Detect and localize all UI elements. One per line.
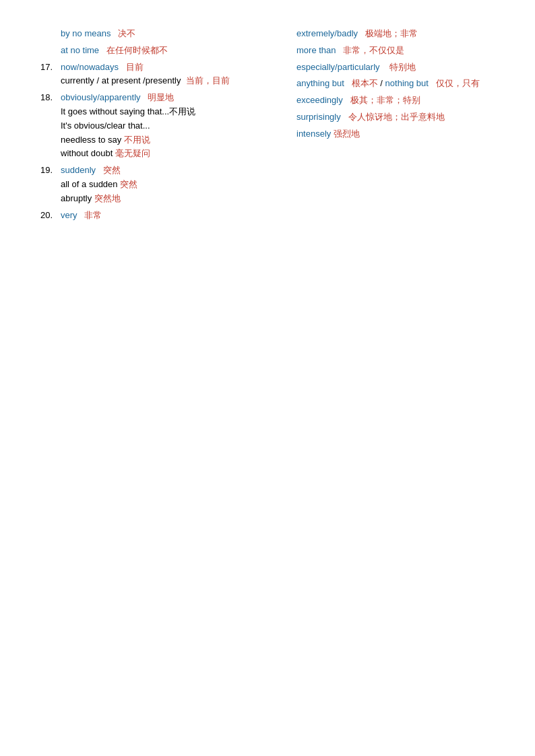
list-item: at no time 在任何时候都不 [40, 44, 276, 58]
keyword-english: by no means [61, 28, 111, 38]
keyword-chinese: 决不 [118, 28, 135, 38]
keyword-english: surprisingly [296, 112, 341, 122]
keyword-english-2: nothing but [385, 78, 429, 88]
keyword-chinese: 根本不 [352, 78, 378, 88]
list-item: extremely/badly 极端地；非常 [296, 27, 495, 41]
keyword-english: especially/particularly [296, 62, 380, 72]
sub-entry: abruptly [61, 193, 94, 203]
sub-entry: needless to say [61, 135, 124, 145]
item-number: 17. [40, 61, 61, 89]
keyword-english: very [61, 210, 77, 220]
keyword-english: obviously/apparently [61, 92, 141, 102]
keyword-chinese: 明显地 [148, 92, 174, 102]
keyword-english: at no time [61, 45, 99, 55]
left-column: by no means 决不 at no time 在任何时候都不 17. no… [40, 27, 290, 225]
list-item: intensely 强烈地 [296, 127, 495, 141]
keyword-chinese: 目前 [126, 62, 144, 72]
list-item: by no means 决不 [40, 27, 276, 41]
list-item: 18. obviously/apparently 明显地 It goes wit… [40, 91, 276, 161]
keyword-english: anything but [296, 78, 344, 88]
keyword-chinese: 强烈地 [334, 129, 360, 139]
list-item: exceedingly 极其；非常；特别 [296, 94, 495, 108]
sub-entry: currently / at present /presently [61, 75, 183, 85]
list-item: especially/particularly 特别地 [296, 61, 495, 75]
list-item: 20. very 非常 [40, 209, 276, 223]
keyword-chinese: 非常 [84, 210, 102, 220]
item-number: 20. [40, 209, 61, 223]
keyword-chinese: 特别地 [389, 62, 416, 72]
keyword-english: now/nowadays [61, 62, 119, 72]
sub-entry: all of a sudden [61, 179, 120, 189]
keyword-chinese-2: 仅仅，只有 [436, 78, 480, 88]
list-item: 17. now/nowadays 目前 currently / at prese… [40, 61, 276, 89]
keyword-chinese: 突然 [103, 165, 121, 175]
keyword-chinese: 极其；非常；特别 [350, 95, 420, 105]
list-item: 19. suddenly 突然 all of a sudden 突然 abrup… [40, 164, 276, 205]
keyword-english: exceedingly [296, 95, 343, 105]
keyword-english: intensely [296, 129, 331, 139]
sub-entry-chinese: 当前，目前 [186, 75, 230, 85]
sub-entry: It's obvious/clear that... [61, 121, 150, 131]
list-item: surprisingly 令人惊讶地；出乎意料地 [296, 110, 495, 125]
keyword-english: suddenly [61, 165, 96, 175]
keyword-chinese: 极端地；非常 [365, 28, 418, 38]
keyword-chinese: 在任何时候都不 [106, 45, 168, 55]
list-item: anything but 根本不 / nothing but 仅仅，只有 [296, 77, 495, 91]
keyword-chinese: 非常，不仅仅是 [343, 45, 404, 55]
keyword-english: extremely/badly [296, 28, 358, 38]
keyword-chinese: 令人惊讶地；出乎意料地 [348, 112, 445, 122]
list-item: more than 非常，不仅仅是 [296, 44, 495, 58]
item-number: 18. [40, 91, 61, 161]
sub-entry: It goes without saying that...不用说 [61, 106, 195, 116]
main-content: by no means 决不 at no time 在任何时候都不 17. no… [40, 27, 495, 225]
right-column: extremely/badly 极端地；非常 more than 非常，不仅仅是… [290, 27, 495, 225]
sub-entry: without doubt [61, 148, 115, 158]
keyword-english: more than [296, 45, 336, 55]
item-number: 19. [40, 164, 61, 205]
